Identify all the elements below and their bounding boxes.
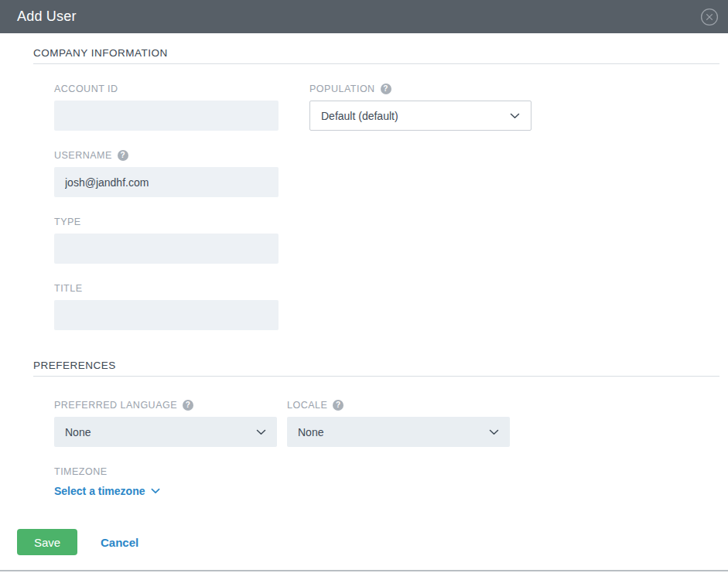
section-title-preferences: PREFERENCES xyxy=(33,360,719,371)
chevron-down-icon xyxy=(510,113,520,119)
cancel-button[interactable]: Cancel xyxy=(101,536,138,549)
username-input[interactable] xyxy=(54,167,279,197)
close-icon xyxy=(700,8,719,26)
population-select-value: Default (default) xyxy=(321,110,398,122)
save-button[interactable]: Save xyxy=(17,529,77,555)
section-header: COMPANY INFORMATION xyxy=(33,47,719,64)
locale-select[interactable]: None xyxy=(287,417,510,447)
title-label: TITLE xyxy=(54,282,728,294)
help-icon[interactable]: ? xyxy=(183,400,193,411)
type-input[interactable] xyxy=(54,234,279,264)
preferred-language-select[interactable]: None xyxy=(54,417,277,447)
locale-select-value: None xyxy=(298,426,323,438)
section-company-information: COMPANY INFORMATION ACCOUNT ID POPULATIO… xyxy=(0,47,728,330)
timezone-field-group: TIMEZONE Select a timezone xyxy=(54,466,728,498)
population-select[interactable]: Default (default) xyxy=(309,101,531,131)
account-id-label: ACCOUNT ID xyxy=(54,83,279,94)
chevron-down-icon xyxy=(489,429,499,435)
title-input[interactable] xyxy=(54,300,279,330)
chevron-down-icon xyxy=(256,429,266,435)
type-field-group: TYPE xyxy=(54,216,728,264)
username-field-group: USERNAME ? xyxy=(54,149,728,197)
help-icon[interactable]: ? xyxy=(118,150,128,161)
locale-label: LOCALE ? xyxy=(287,399,510,411)
timezone-select-link[interactable]: Select a timezone xyxy=(54,485,160,497)
preferred-language-label: PREFERRED LANGUAGE ? xyxy=(54,399,277,411)
account-id-input[interactable] xyxy=(54,101,279,131)
account-id-field-group: ACCOUNT ID xyxy=(54,83,279,131)
title-field-group: TITLE xyxy=(54,282,728,330)
population-field-group: POPULATION ? Default (default) xyxy=(309,83,531,131)
population-label: POPULATION ? xyxy=(309,83,531,94)
preferred-language-field-group: PREFERRED LANGUAGE ? None xyxy=(54,399,277,447)
modal-body: COMPANY INFORMATION ACCOUNT ID POPULATIO… xyxy=(0,33,728,555)
section-preferences: PREFERENCES PREFERRED LANGUAGE ? None xyxy=(0,360,728,498)
modal-bottom-border xyxy=(0,570,728,571)
modal-header: Add User xyxy=(0,0,728,33)
section-title-company-information: COMPANY INFORMATION xyxy=(33,47,719,59)
username-label: USERNAME ? xyxy=(54,149,728,161)
locale-field-group: LOCALE ? None xyxy=(287,399,510,447)
modal-title: Add User xyxy=(17,9,77,25)
close-button[interactable] xyxy=(699,6,720,28)
section-header: PREFERENCES xyxy=(33,360,719,377)
type-label: TYPE xyxy=(54,216,728,227)
help-icon[interactable]: ? xyxy=(333,400,343,411)
preferred-language-select-value: None xyxy=(65,426,91,438)
chevron-down-icon xyxy=(151,488,160,494)
help-icon[interactable]: ? xyxy=(381,84,391,94)
modal-footer: Save Cancel xyxy=(17,529,728,555)
timezone-label: TIMEZONE xyxy=(54,466,728,477)
